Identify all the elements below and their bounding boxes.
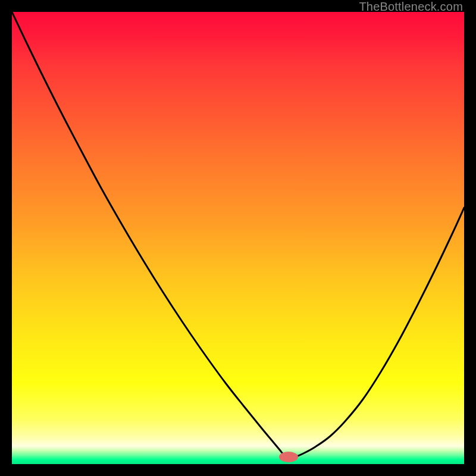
optimum-marker xyxy=(279,452,298,462)
plot-area xyxy=(12,12,464,464)
chart-frame: TheBottleneck.com xyxy=(0,0,476,476)
bottleneck-curve xyxy=(12,12,464,458)
bottleneck-curve-svg xyxy=(12,12,464,464)
watermark-text: TheBottleneck.com xyxy=(359,0,463,14)
